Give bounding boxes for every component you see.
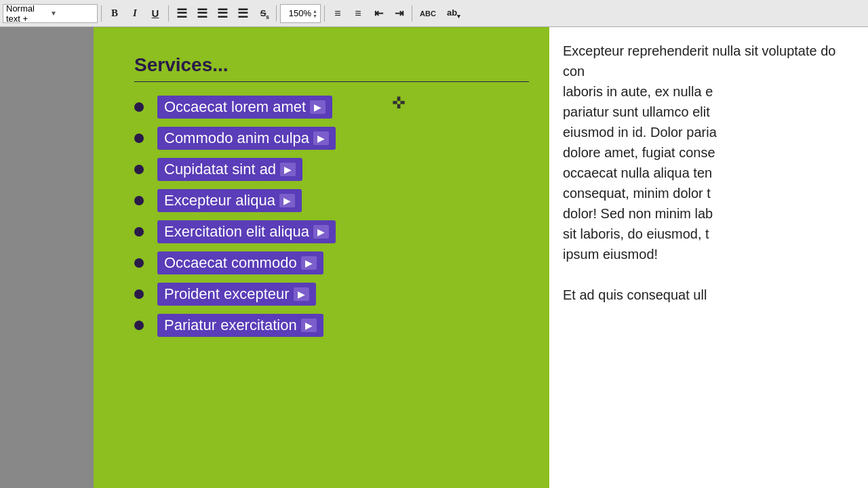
service-link-label: Occaecat lorem amet: [164, 98, 306, 116]
service-arrow-button[interactable]: ▶: [279, 194, 295, 207]
list-item: Excepteur aliqua▶: [134, 189, 529, 212]
outdent-button[interactable]: ⇤: [369, 4, 388, 23]
service-link-label: Excepteur aliqua: [164, 192, 275, 209]
separator-3: [276, 5, 277, 22]
service-link[interactable]: Occaecat lorem amet▶: [157, 96, 332, 119]
bold-button[interactable]: B: [105, 4, 124, 23]
zoom-control[interactable]: 150% ▲ ▼: [280, 4, 321, 23]
align-left-button[interactable]: ☰: [172, 4, 191, 23]
service-link[interactable]: Proident excepteur▶: [157, 283, 316, 306]
format-label: ab▾: [447, 7, 460, 20]
service-arrow-button[interactable]: ▶: [313, 225, 329, 239]
service-arrow-button[interactable]: ▶: [313, 131, 329, 145]
bullet-icon: [134, 321, 144, 330]
service-arrow-button[interactable]: ▶: [301, 319, 317, 332]
content-area: ✜ Services... Occaecat lorem amet▶Commod…: [0, 27, 868, 488]
bullet-icon: [134, 196, 144, 205]
zoom-arrows[interactable]: ▲ ▼: [313, 9, 317, 18]
underline-button[interactable]: U: [146, 4, 165, 23]
service-link[interactable]: Commodo anim culpa▶: [157, 127, 336, 150]
service-link-label: Proident excepteur: [164, 285, 290, 303]
service-arrow-button[interactable]: ▶: [280, 163, 296, 176]
service-link-label: Exercitation elit aliqua: [164, 223, 309, 241]
service-link-label: Pariatur exercitation: [164, 317, 297, 334]
service-arrow-button[interactable]: ▶: [301, 256, 317, 270]
list-item: Commodo anim culpa▶: [134, 127, 529, 150]
left-margin: [0, 27, 94, 488]
bullet-icon: [134, 227, 144, 237]
strikethrough-button[interactable]: Ss: [254, 4, 273, 23]
style-selector-label: Normal text +: [6, 3, 50, 24]
style-selector-arrow: ▼: [50, 9, 94, 17]
separator-4: [324, 5, 325, 22]
italic-button[interactable]: I: [125, 4, 144, 23]
right-panel-text: Excepteur reprehenderit nulla sit volupt…: [563, 41, 854, 264]
service-link-label: Cupidatat sint ad: [164, 161, 276, 178]
align-justify-button[interactable]: ☰: [233, 4, 252, 23]
bullet-icon: [134, 165, 144, 174]
service-link[interactable]: Excepteur aliqua▶: [157, 189, 302, 212]
service-link[interactable]: Occaecat commodo▶: [157, 251, 323, 274]
align-right-button[interactable]: ☰: [213, 4, 232, 23]
zoom-value: 150%: [283, 8, 311, 18]
list-item: Pariatur exercitation▶: [134, 314, 529, 337]
service-link[interactable]: Pariatur exercitation▶: [157, 314, 323, 337]
separator-5: [412, 5, 412, 22]
spellcheck-label: ABC: [420, 9, 436, 18]
service-link-label: Commodo anim culpa: [164, 129, 309, 147]
list-item: Occaecat commodo▶: [134, 251, 529, 274]
service-arrow-button[interactable]: ▶: [310, 100, 326, 114]
indent-button[interactable]: ⇥: [389, 4, 408, 23]
service-link[interactable]: Cupidatat sint ad▶: [157, 158, 302, 181]
bullet-icon: [134, 134, 144, 143]
toolbar: Normal text + ▼ B I U ☰ ☰ ☰ ☰ Ss 150% ▲ …: [0, 0, 868, 27]
service-arrow-button[interactable]: ▶: [294, 287, 309, 301]
list-item: Cupidatat sint ad▶: [134, 158, 529, 181]
ordered-list-button[interactable]: ≡: [349, 4, 368, 23]
separator-2: [168, 5, 169, 22]
style-selector[interactable]: Normal text + ▼: [3, 4, 98, 23]
format-button[interactable]: ab▾: [441, 4, 466, 23]
bullet-icon: [134, 102, 144, 112]
service-link-label: Occaecat commodo: [164, 254, 297, 272]
services-list: Occaecat lorem amet▶Commodo anim culpa▶C…: [134, 96, 529, 337]
separator-1: [101, 5, 102, 22]
service-link[interactable]: Exercitation elit aliqua▶: [157, 220, 336, 243]
right-panel: Excepteur reprehenderit nulla sit volupt…: [549, 27, 868, 488]
align-center-button[interactable]: ☰: [193, 4, 212, 23]
spellcheck-button[interactable]: ABC: [416, 4, 440, 23]
green-panel: ✜ Services... Occaecat lorem amet▶Commod…: [94, 27, 549, 488]
list-item: Proident excepteur▶: [134, 283, 529, 306]
right-panel-text-2: Et ad quis consequat ull: [563, 285, 854, 305]
zoom-up-icon[interactable]: ▲: [313, 9, 317, 14]
list-item: Exercitation elit aliqua▶: [134, 220, 529, 243]
services-title: Services...: [134, 54, 529, 82]
unordered-list-button[interactable]: ≡: [328, 4, 347, 23]
list-item: Occaecat lorem amet▶: [134, 96, 529, 119]
bullet-icon: [134, 258, 144, 268]
zoom-down-icon[interactable]: ▼: [313, 14, 317, 18]
bullet-icon: [134, 289, 144, 299]
